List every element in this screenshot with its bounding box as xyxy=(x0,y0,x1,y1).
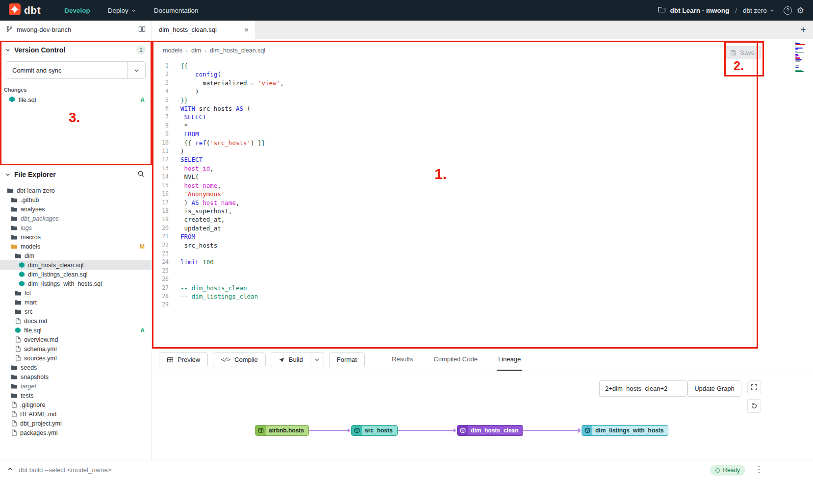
tab-compiled-code[interactable]: Compiled Code xyxy=(432,349,479,371)
lineage-node-dim_listings_with_hosts[interactable]: dim_listings_with_hosts xyxy=(582,425,668,436)
code-line[interactable]: 23 xyxy=(152,250,813,258)
search-icon[interactable] xyxy=(137,170,145,179)
file-tree-item-dbt_project.yml[interactable]: dbt_project.yml xyxy=(0,419,152,428)
code-line[interactable]: 15 host_name, xyxy=(152,181,813,190)
file-tree-item-packages.yml[interactable]: packages.yml xyxy=(0,428,152,437)
file-tree-item-dim_listings_with_hosts.sql[interactable]: dim_listings_with_hosts.sql xyxy=(0,279,152,288)
file-tree-item-.github[interactable]: .github xyxy=(0,195,152,204)
file-tree-item-mart[interactable]: mart xyxy=(0,298,152,307)
lineage-node-src_hosts[interactable]: src_hosts xyxy=(351,425,398,436)
project-selector[interactable]: dbt zero xyxy=(743,7,775,14)
editor-tab-dim-hosts-clean[interactable]: dim_hosts_clean.sql × xyxy=(152,21,256,39)
file-tree-item-.gitignore[interactable]: .gitignore xyxy=(0,400,152,409)
file-tree-item-target[interactable]: target xyxy=(0,381,152,391)
file-tree-item-logs[interactable]: logs xyxy=(0,223,152,232)
code-line[interactable]: 28-- dim_listings_clean xyxy=(152,292,813,301)
commit-and-sync-button[interactable]: Commit and sync xyxy=(6,61,146,79)
code-line[interactable]: 8 * xyxy=(152,122,813,130)
new-tab-button[interactable]: + xyxy=(793,21,813,39)
code-line[interactable]: 16 'Anonymous' xyxy=(152,190,813,198)
code-line[interactable]: 6WITH src_hosts AS ( xyxy=(152,104,813,113)
command-text[interactable]: dbt build --select <model_name> xyxy=(19,466,111,474)
file-tree-item-dbt_packages[interactable]: dbt_packages xyxy=(0,214,152,223)
file-tree-item-dim_hosts_clean.sql[interactable]: dim_hosts_clean.sql xyxy=(0,260,152,270)
dbt-logo[interactable]: dbt xyxy=(9,3,41,17)
code-line[interactable]: 5}} xyxy=(152,96,813,104)
code-line[interactable]: 13 host_id, xyxy=(152,164,813,173)
breadcrumb-item-dim[interactable]: dim xyxy=(191,47,201,54)
code-line[interactable]: 4 ) xyxy=(152,87,813,96)
tab-lineage[interactable]: Lineage xyxy=(497,349,522,371)
code-line[interactable]: 21FROM xyxy=(152,232,813,241)
file-tree-item-src[interactable]: src xyxy=(0,307,152,316)
file-tree-item-analyses[interactable]: analyses xyxy=(0,204,152,214)
lineage-node-dim_hosts_clean[interactable]: dim_hosts_clean xyxy=(457,425,523,436)
code-line[interactable]: 2 config( xyxy=(152,70,813,78)
file-tree-item-models[interactable]: modelsM xyxy=(0,242,152,251)
account-name[interactable]: dbt Learn - mwong xyxy=(670,7,730,14)
breadcrumb-item-models[interactable]: models xyxy=(163,47,182,54)
compile-button[interactable]: </> Compile xyxy=(213,353,266,367)
minimap[interactable] xyxy=(794,41,806,74)
file-tree-item-README.md[interactable]: README.md xyxy=(0,409,152,419)
kebab-menu-icon[interactable]: ⋮ xyxy=(755,464,763,475)
breadcrumb-item-dim_hosts_clean.sql[interactable]: dim_hosts_clean.sql xyxy=(210,47,265,54)
file-tree-item-snapshots[interactable]: snapshots xyxy=(0,372,152,381)
code-line[interactable]: 7 SELECT xyxy=(152,113,813,121)
code-line[interactable]: 14 NVL( xyxy=(152,173,813,181)
code-line[interactable]: 29 xyxy=(152,301,813,309)
file-tree-item-file.sql[interactable]: file.sqlA xyxy=(0,326,152,335)
code-line[interactable]: 3 materialized = 'view', xyxy=(152,79,813,87)
branch-name[interactable]: mwong-dev-branch xyxy=(17,26,71,33)
line-number: 16 xyxy=(152,190,169,198)
file-tree-item-dbt-learn-zero[interactable]: dbt-learn-zero xyxy=(0,186,152,195)
file-tree-item-docs.md[interactable]: docs.md xyxy=(0,316,152,326)
code-line[interactable]: 27-- dim_hosts_clean xyxy=(152,284,813,292)
file-tree-item-dim_listings_clean.sql[interactable]: dim_listings_clean.sql xyxy=(0,270,152,279)
code-line[interactable]: 20 updated_at xyxy=(152,224,813,232)
code-line[interactable]: 12SELECT xyxy=(152,155,813,164)
preview-button[interactable]: Preview xyxy=(159,353,208,367)
file-tree-item-seeds[interactable]: seeds xyxy=(0,363,152,372)
settings-gear-icon[interactable]: ⚙ xyxy=(797,6,804,15)
code-line[interactable]: 11) xyxy=(152,147,813,155)
code-line[interactable]: 17 ) AS host_name, xyxy=(152,199,813,207)
help-icon[interactable]: ? xyxy=(784,6,792,15)
nav-item-develop[interactable]: Develop xyxy=(57,0,97,21)
code-line[interactable]: 18 is_superhost, xyxy=(152,207,813,215)
code-line[interactable]: 1{{ xyxy=(152,62,813,70)
commit-options-chevron[interactable] xyxy=(127,62,145,78)
nav-item-documentation[interactable]: Documentation xyxy=(147,0,205,21)
code-line[interactable]: 26 xyxy=(152,275,813,283)
change-item-file.sql[interactable]: file.sqlA xyxy=(0,95,152,105)
file-tree-item-fct[interactable]: fct xyxy=(0,288,152,298)
file-tree-item-schema.yml[interactable]: schema.yml xyxy=(0,344,152,353)
build-button[interactable]: Build xyxy=(271,353,310,367)
code-line[interactable]: 22 src_hosts xyxy=(152,241,813,250)
tab-close-icon[interactable]: × xyxy=(244,25,249,34)
code-line[interactable]: 25 xyxy=(152,267,813,275)
file-tree-item-tests[interactable]: tests xyxy=(0,391,152,400)
code-line[interactable]: 24limit 100 xyxy=(152,258,813,266)
save-button[interactable]: Save xyxy=(724,46,761,59)
chevron-up-icon[interactable] xyxy=(7,466,14,475)
code-line[interactable]: 19 created_at, xyxy=(152,215,813,224)
build-options-chevron[interactable] xyxy=(310,353,324,367)
file-tree-item-overview.md[interactable]: overview.md xyxy=(0,335,152,344)
code-area[interactable]: 1{{2 config(3 materialized = 'view',4 )5… xyxy=(152,62,813,349)
line-number: 17 xyxy=(152,199,169,207)
code-line[interactable]: 9 FROM xyxy=(152,130,813,138)
code-line[interactable]: 10 {{ ref('src_hosts') }} xyxy=(152,139,813,147)
nav-item-deploy[interactable]: Deploy xyxy=(101,0,143,21)
file-explorer-title[interactable]: File Explorer xyxy=(14,171,134,178)
status-label: Ready xyxy=(723,467,740,474)
split-panel-icon[interactable] xyxy=(138,25,146,34)
file-tree-item-macros[interactable]: macros xyxy=(0,232,152,242)
format-button[interactable]: Format xyxy=(329,353,365,367)
version-control-title[interactable]: Version Control xyxy=(14,46,133,54)
tab-results[interactable]: Results xyxy=(390,349,414,371)
lineage-node-airbnb.hosts[interactable]: airbnb.hosts xyxy=(255,425,309,436)
file-tree-item-dim[interactable]: dim xyxy=(0,251,152,260)
file-tree-item-sources.yml[interactable]: sources.yml xyxy=(0,353,152,363)
code-editor[interactable]: models›dim›dim_hosts_clean.sql Save 1{{2… xyxy=(152,39,813,349)
